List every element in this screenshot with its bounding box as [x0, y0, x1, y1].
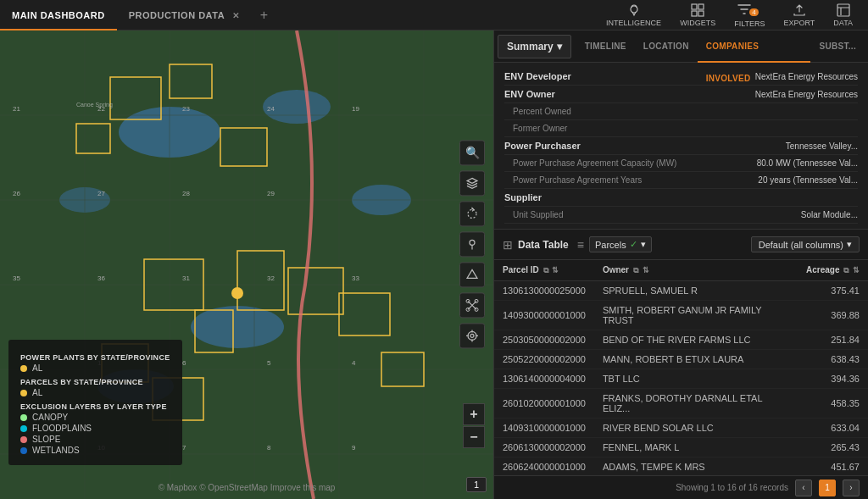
table-row[interactable]: 2606240000001000 ADAMS, TEMPE K MRS 451.… [494, 457, 868, 476]
legend-dot-floodplains [20, 425, 27, 432]
next-page-button[interactable]: › [843, 480, 860, 496]
close-tab-icon[interactable]: ✕ [232, 11, 240, 20]
export-button[interactable]: EXPORT [775, 0, 823, 30]
data-button[interactable]: DATA [825, 0, 861, 30]
clip-button[interactable] [459, 292, 485, 318]
zoom-out-button[interactable]: − [463, 426, 485, 448]
data-table-icon: ⊞ [503, 238, 513, 252]
svg-text:19: 19 [352, 105, 359, 113]
data-table-header: ⊞ Data Table ≡ Parcels ✓ ▾ Default (all … [494, 230, 868, 260]
detail-top-section: Summary ▾ TIMELINE LOCATION COMPANIES IN… [494, 30, 868, 230]
chevron-down-icon: ▾ [847, 239, 852, 250]
acreage-cell: 394.36 [798, 369, 868, 389]
legend-dot-slope [20, 436, 27, 443]
filter-icon[interactable]: ⧉ [843, 266, 849, 274]
intelligence-button[interactable]: INTELLIGENCE [598, 0, 670, 30]
filters-button[interactable]: 4 FILTERS [726, 0, 773, 30]
tab-subst[interactable]: SUBST... [810, 30, 865, 63]
legend-item-slope: SLOPE [20, 435, 170, 444]
prev-page-button[interactable]: ‹ [795, 480, 812, 496]
legend-item-canopy: CANOPY [20, 413, 170, 422]
parcel-id-cell: 1306130000025000 [494, 281, 594, 301]
widgets-button[interactable]: WIDGETS [671, 0, 724, 30]
detail-tabs: Summary ▾ TIMELINE LOCATION COMPANIES IN… [494, 30, 868, 63]
sort-icon[interactable]: ⇅ [643, 266, 649, 274]
parcel-id-cell: 1409300000001000 [494, 301, 594, 330]
filter-icon[interactable]: ⧉ [633, 266, 638, 274]
sort-icon[interactable]: ⇅ [552, 266, 559, 274]
acreage-cell: 633.04 [798, 419, 868, 438]
svg-text:35: 35 [13, 274, 20, 282]
summary-dropdown[interactable]: Summary ▾ [498, 35, 571, 58]
columns-select[interactable]: Default (all columns) ▾ [751, 236, 860, 252]
table-row[interactable]: 1409300000001000 SMITH, ROBERT GANUM JR … [494, 301, 868, 330]
page-1-button[interactable]: 1 [819, 480, 836, 496]
pin-button[interactable] [459, 231, 485, 257]
svg-text:32: 32 [267, 274, 275, 282]
legend-dot-wetlands [20, 447, 27, 454]
svg-text:36: 36 [97, 274, 105, 282]
zoom-in-button[interactable]: + [463, 403, 485, 425]
table-row[interactable]: 2503050000002000 BEND OF THE RIVER FARMS… [494, 330, 868, 350]
svg-point-68 [470, 334, 474, 337]
legend-item-al-plant: AL [20, 363, 170, 373]
sort-icon[interactable]: ⇅ [853, 266, 860, 274]
search-map-button[interactable]: 🔍 [459, 140, 485, 165]
main-layout: 21 26 35 22 23 24 19 27 28 29 36 31 32 3… [0, 30, 868, 499]
summary-row: Former Owner [504, 120, 858, 137]
col-owner[interactable]: Owner ⧉ ⇅ [594, 260, 798, 281]
rotate-map-button[interactable] [459, 201, 485, 226]
summary-row: Power Purchase Agreement Capacity (MW) 8… [504, 155, 858, 172]
owner-cell: FRANKS, DOROTHY DARNALL ETAL ELIZ... [594, 389, 798, 419]
showing-text: Showing 1 to 16 of 16 records [676, 483, 788, 492]
col-acreage[interactable]: Acreage ⧉ ⇅ [798, 260, 868, 281]
tab-companies[interactable]: COMPANIES INVOLVED [698, 30, 811, 63]
svg-point-11 [191, 306, 284, 348]
table-row[interactable]: 2505220000002000 MANN, ROBERT B ETUX LAU… [494, 350, 868, 369]
data-table-container[interactable]: Parcel ID ⧉ ⇅ Owner ⧉ ⇅ Acreage [494, 260, 868, 475]
acreage-cell: 369.88 [798, 301, 868, 330]
data-table-menu-icon[interactable]: ≡ [577, 238, 584, 252]
svg-point-67 [468, 331, 476, 340]
map-attribution: © Mapbox © OpenStreetMap Improve this ma… [159, 483, 336, 492]
svg-text:21: 21 [13, 105, 20, 113]
layer-select[interactable]: Parcels ✓ ▾ [589, 236, 652, 252]
table-row[interactable]: 1409310000001000 RIVER BEND SOLAR LLC 63… [494, 419, 868, 438]
table-row[interactable]: 1306140000004000 TBT LLC 394.36 [494, 369, 868, 389]
target-button[interactable] [459, 323, 485, 348]
parcel-id-cell: 1409310000001000 [494, 419, 594, 438]
owner-cell: TBT LLC [594, 369, 798, 389]
legend-dot-canopy [20, 414, 27, 421]
tab-main-dashboard[interactable]: MAIN DASHBOARD [0, 0, 117, 30]
acreage-cell: 638.43 [798, 350, 868, 369]
map-area[interactable]: 21 26 35 22 23 24 19 27 28 29 36 31 32 3… [0, 30, 493, 499]
filters-badge: 4 [749, 8, 758, 16]
tab-timeline[interactable]: TIMELINE [576, 30, 635, 63]
svg-text:Canoe Spring: Canoe Spring [76, 102, 113, 108]
owner-cell: FENNEL, MARK L [594, 438, 798, 457]
table-row[interactable]: 2601020000001000 FRANKS, DOROTHY DARNALL… [494, 389, 868, 419]
right-panel: Summary ▾ TIMELINE LOCATION COMPANIES IN… [493, 30, 868, 499]
tab-production-data[interactable]: PRODUCTION DATA ✕ [117, 0, 252, 30]
add-tab-button[interactable]: + [252, 0, 276, 30]
svg-text:6: 6 [182, 359, 186, 367]
svg-text:26: 26 [13, 190, 20, 197]
summary-row: Percent Owned [504, 103, 858, 120]
col-parcel-id[interactable]: Parcel ID ⧉ ⇅ [494, 260, 594, 281]
tab-location[interactable]: LOCATION [635, 30, 698, 63]
svg-text:27: 27 [97, 190, 105, 197]
acreage-cell: 265.43 [798, 438, 868, 457]
layers-button[interactable] [459, 170, 485, 196]
polygon-draw-button[interactable] [459, 262, 485, 287]
table-row[interactable]: 2606130000002000 FENNEL, MARK L 265.43 [494, 438, 868, 457]
parcels-title: PARCELS BY STATE/PROVINCE [20, 378, 170, 386]
table-body: 1306130000025000 SPRUELL, SAMUEL R 375.4… [494, 281, 868, 476]
summary-row: Unit Supplied Solar Module... [504, 207, 858, 224]
owner-cell: SMITH, ROBERT GANUM JR FAMILY TRUST [594, 301, 798, 330]
legend-item-al-parcel: AL [20, 388, 170, 397]
svg-text:5: 5 [267, 359, 271, 367]
filter-icon[interactable]: ⧉ [543, 266, 548, 274]
acreage-cell: 375.41 [798, 281, 868, 301]
table-row[interactable]: 1306130000025000 SPRUELL, SAMUEL R 375.4… [494, 281, 868, 301]
acreage-cell: 251.84 [798, 330, 868, 350]
